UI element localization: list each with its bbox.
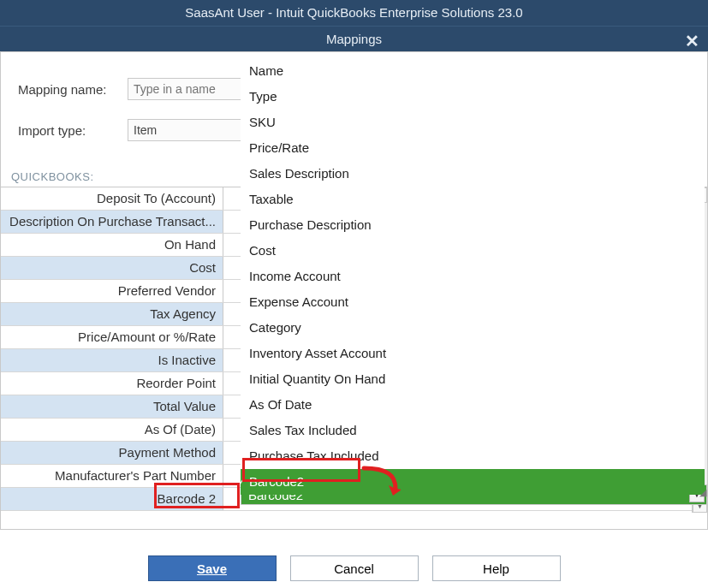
dropdown-option[interactable]: Type — [241, 84, 705, 110]
table-row: Payment Method — [1, 442, 223, 464]
table-row: Deposit To (Account) — [1, 187, 223, 210]
dropdown-option[interactable]: Taxable — [241, 187, 705, 212]
dialog-title: Mappings ✕ — [0, 26, 708, 51]
dropdown-option[interactable]: Purchase Tax Included — [241, 443, 705, 469]
cancel-button[interactable]: Cancel — [290, 555, 419, 581]
dropdown-option[interactable]: Inventory Asset Account — [241, 341, 705, 366]
table-row: Tax Agency — [1, 303, 223, 325]
dialog-title-text: Mappings — [326, 32, 382, 46]
close-icon[interactable]: ✕ — [685, 28, 699, 54]
save-button[interactable]: Save — [148, 555, 277, 581]
dropdown-option[interactable]: Purchase Description — [241, 212, 705, 238]
help-button[interactable]: Help — [432, 555, 561, 581]
table-row: Cost — [1, 257, 223, 279]
dropdown-option[interactable]: Initial Quantity On Hand — [241, 366, 705, 392]
table-row: Description On Purchase Transact... — [1, 211, 223, 233]
dropdown-option-selected[interactable]: ✓ Barcode2 — [241, 469, 705, 495]
button-bar: Save Cancel Help — [0, 547, 708, 585]
dropdown-option[interactable]: Sales Description — [241, 161, 705, 187]
resize-handle-icon[interactable]: ◢ — [699, 487, 706, 498]
table-row: Reorder Point — [1, 372, 223, 395]
app-title: SaasAnt User - Intuit QuickBooks Enterpr… — [0, 0, 708, 26]
table-row: Preferred Vendor — [1, 280, 223, 302]
dropdown-option[interactable]: As Of Date — [241, 392, 705, 418]
check-icon: ✓ — [237, 472, 247, 491]
mapping-name-label: Mapping name: — [18, 82, 112, 97]
dropdown-option[interactable]: Price/Rate — [241, 135, 705, 161]
dropdown-option[interactable]: Sales Tax Included — [241, 418, 705, 443]
table-row: Price/Amount or %/Rate — [1, 326, 223, 348]
import-type-label: Import type: — [18, 123, 112, 138]
dropdown-option-label: Barcode2 — [249, 474, 304, 489]
dropdown-option[interactable]: Name — [241, 58, 705, 84]
dropdown-option[interactable]: Income Account — [241, 264, 705, 289]
table-row: Total Value — [1, 395, 223, 418]
dropdown-option[interactable]: SKU — [241, 110, 705, 135]
table-row-barcode2: Barcode 2 — [1, 488, 223, 510]
dropdown-option[interactable]: Category — [241, 315, 705, 341]
table-row: As Of (Date) — [1, 419, 223, 441]
table-row: Is Inactive — [1, 349, 223, 371]
table-row: On Hand — [1, 234, 223, 256]
dropdown-option[interactable]: Expense Account — [241, 289, 705, 315]
field-dropdown[interactable]: Name Type SKU Price/Rate Sales Descripti… — [241, 58, 705, 495]
dropdown-option[interactable]: Cost — [241, 238, 705, 264]
table-row: Manufacturer's Part Number — [1, 465, 223, 487]
